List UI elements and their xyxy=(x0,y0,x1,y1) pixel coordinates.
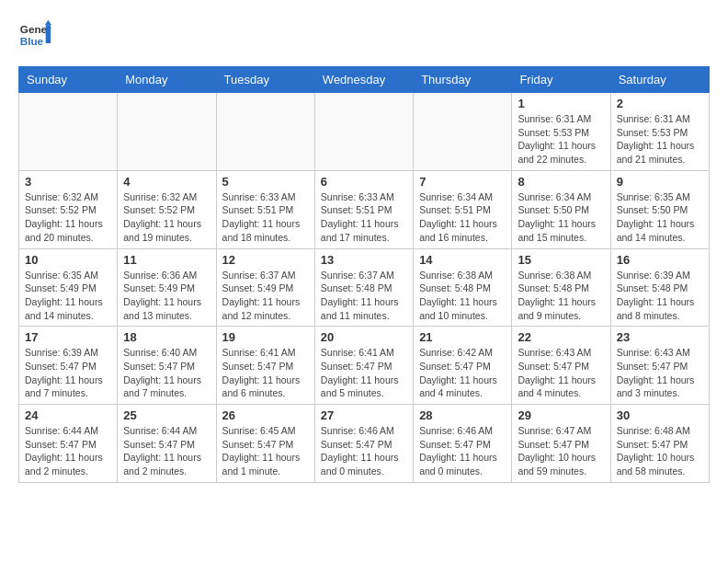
column-header-sunday: Sunday xyxy=(19,67,118,93)
calendar-cell: 20Sunrise: 6:41 AMSunset: 5:47 PMDayligh… xyxy=(314,327,413,405)
svg-rect-3 xyxy=(46,25,51,43)
day-number: 25 xyxy=(123,408,210,422)
calendar-cell: 29Sunrise: 6:47 AMSunset: 5:47 PMDayligh… xyxy=(512,405,610,483)
day-number: 22 xyxy=(518,330,604,344)
day-number: 21 xyxy=(419,330,506,344)
day-info: Sunrise: 6:35 AMSunset: 5:49 PMDaylight:… xyxy=(25,269,111,323)
calendar-week-row: 10Sunrise: 6:35 AMSunset: 5:49 PMDayligh… xyxy=(19,248,710,327)
calendar-cell: 14Sunrise: 6:38 AMSunset: 5:48 PMDayligh… xyxy=(414,248,512,327)
calendar-cell: 13Sunrise: 6:37 AMSunset: 5:48 PMDayligh… xyxy=(314,248,413,327)
day-number: 7 xyxy=(419,175,506,189)
day-info: Sunrise: 6:47 AMSunset: 5:47 PMDaylight:… xyxy=(518,424,604,478)
calendar-cell: 18Sunrise: 6:40 AMSunset: 5:47 PMDayligh… xyxy=(118,327,216,405)
calendar-week-row: 17Sunrise: 6:39 AMSunset: 5:47 PMDayligh… xyxy=(19,327,710,405)
column-header-saturday: Saturday xyxy=(610,67,709,93)
calendar-cell: 27Sunrise: 6:46 AMSunset: 5:47 PMDayligh… xyxy=(314,405,413,483)
day-info: Sunrise: 6:45 AMSunset: 5:47 PMDaylight:… xyxy=(222,424,309,478)
day-number: 11 xyxy=(123,253,210,267)
day-info: Sunrise: 6:35 AMSunset: 5:50 PMDaylight:… xyxy=(617,190,703,245)
day-number: 20 xyxy=(321,330,407,344)
calendar-week-row: 24Sunrise: 6:44 AMSunset: 5:47 PMDayligh… xyxy=(19,405,710,483)
day-info: Sunrise: 6:37 AMSunset: 5:48 PMDaylight:… xyxy=(321,269,407,323)
calendar-cell: 28Sunrise: 6:46 AMSunset: 5:47 PMDayligh… xyxy=(414,405,512,483)
calendar-cell: 30Sunrise: 6:48 AMSunset: 5:47 PMDayligh… xyxy=(610,405,709,483)
logo: General Blue xyxy=(18,18,57,52)
calendar-cell: 1Sunrise: 6:31 AMSunset: 5:53 PMDaylight… xyxy=(512,93,610,171)
day-number: 26 xyxy=(222,408,309,422)
calendar-cell xyxy=(314,93,413,171)
day-info: Sunrise: 6:44 AMSunset: 5:47 PMDaylight:… xyxy=(123,424,210,478)
calendar-cell: 22Sunrise: 6:43 AMSunset: 5:47 PMDayligh… xyxy=(512,327,610,405)
day-number: 19 xyxy=(222,330,309,344)
day-info: Sunrise: 6:46 AMSunset: 5:47 PMDaylight:… xyxy=(419,424,506,478)
calendar-cell: 12Sunrise: 6:37 AMSunset: 5:49 PMDayligh… xyxy=(216,248,314,327)
day-number: 9 xyxy=(617,175,703,189)
calendar-cell: 15Sunrise: 6:38 AMSunset: 5:48 PMDayligh… xyxy=(512,248,610,327)
day-info: Sunrise: 6:33 AMSunset: 5:51 PMDaylight:… xyxy=(222,190,309,245)
page-header: General Blue xyxy=(18,18,710,52)
day-number: 8 xyxy=(518,175,604,189)
day-number: 4 xyxy=(123,175,210,189)
day-info: Sunrise: 6:31 AMSunset: 5:53 PMDaylight:… xyxy=(617,112,703,167)
calendar-cell: 19Sunrise: 6:41 AMSunset: 5:47 PMDayligh… xyxy=(216,327,314,405)
calendar-cell: 21Sunrise: 6:42 AMSunset: 5:47 PMDayligh… xyxy=(414,327,512,405)
day-number: 6 xyxy=(321,175,407,189)
day-number: 14 xyxy=(419,253,506,267)
calendar-cell: 7Sunrise: 6:34 AMSunset: 5:51 PMDaylight… xyxy=(414,170,512,248)
column-header-monday: Monday xyxy=(118,67,216,93)
day-number: 16 xyxy=(617,253,703,267)
calendar-cell xyxy=(216,93,314,171)
day-info: Sunrise: 6:39 AMSunset: 5:47 PMDaylight:… xyxy=(25,346,111,400)
day-info: Sunrise: 6:34 AMSunset: 5:51 PMDaylight:… xyxy=(419,190,506,245)
day-number: 3 xyxy=(25,175,111,189)
calendar-cell: 3Sunrise: 6:32 AMSunset: 5:52 PMDaylight… xyxy=(19,170,118,248)
day-info: Sunrise: 6:46 AMSunset: 5:47 PMDaylight:… xyxy=(321,424,407,478)
calendar-cell: 25Sunrise: 6:44 AMSunset: 5:47 PMDayligh… xyxy=(118,405,216,483)
day-info: Sunrise: 6:43 AMSunset: 5:47 PMDaylight:… xyxy=(617,346,703,400)
column-header-thursday: Thursday xyxy=(414,67,512,93)
calendar-cell: 11Sunrise: 6:36 AMSunset: 5:49 PMDayligh… xyxy=(118,248,216,327)
svg-text:Blue: Blue xyxy=(20,35,44,47)
day-number: 5 xyxy=(222,175,309,189)
day-number: 27 xyxy=(321,408,407,422)
day-info: Sunrise: 6:36 AMSunset: 5:49 PMDaylight:… xyxy=(123,269,210,323)
day-info: Sunrise: 6:38 AMSunset: 5:48 PMDaylight:… xyxy=(518,269,604,323)
calendar-header: SundayMondayTuesdayWednesdayThursdayFrid… xyxy=(19,67,710,93)
calendar-cell: 23Sunrise: 6:43 AMSunset: 5:47 PMDayligh… xyxy=(610,327,709,405)
column-header-wednesday: Wednesday xyxy=(314,67,413,93)
day-info: Sunrise: 6:37 AMSunset: 5:49 PMDaylight:… xyxy=(222,269,309,323)
day-info: Sunrise: 6:32 AMSunset: 5:52 PMDaylight:… xyxy=(25,190,111,245)
logo-icon: General Blue xyxy=(18,18,51,52)
day-number: 10 xyxy=(25,253,111,267)
calendar-week-row: 1Sunrise: 6:31 AMSunset: 5:53 PMDaylight… xyxy=(19,93,710,171)
column-header-tuesday: Tuesday xyxy=(216,67,314,93)
calendar-body: 1Sunrise: 6:31 AMSunset: 5:53 PMDaylight… xyxy=(19,93,710,483)
day-number: 28 xyxy=(419,408,506,422)
calendar-cell: 6Sunrise: 6:33 AMSunset: 5:51 PMDaylight… xyxy=(314,170,413,248)
calendar-week-row: 3Sunrise: 6:32 AMSunset: 5:52 PMDaylight… xyxy=(19,170,710,248)
calendar-cell: 9Sunrise: 6:35 AMSunset: 5:50 PMDaylight… xyxy=(610,170,709,248)
calendar-cell: 16Sunrise: 6:39 AMSunset: 5:48 PMDayligh… xyxy=(610,248,709,327)
day-info: Sunrise: 6:44 AMSunset: 5:47 PMDaylight:… xyxy=(25,424,111,478)
calendar-cell: 4Sunrise: 6:32 AMSunset: 5:52 PMDaylight… xyxy=(118,170,216,248)
day-number: 2 xyxy=(617,97,703,110)
header-row: SundayMondayTuesdayWednesdayThursdayFrid… xyxy=(19,67,710,93)
calendar-table: SundayMondayTuesdayWednesdayThursdayFrid… xyxy=(18,66,710,483)
day-number: 15 xyxy=(518,253,604,267)
calendar-cell: 24Sunrise: 6:44 AMSunset: 5:47 PMDayligh… xyxy=(19,405,118,483)
calendar-cell xyxy=(118,93,216,171)
day-info: Sunrise: 6:48 AMSunset: 5:47 PMDaylight:… xyxy=(617,424,703,478)
calendar-cell xyxy=(19,93,118,171)
calendar-cell: 10Sunrise: 6:35 AMSunset: 5:49 PMDayligh… xyxy=(19,248,118,327)
day-info: Sunrise: 6:42 AMSunset: 5:47 PMDaylight:… xyxy=(419,346,506,400)
calendar-cell: 2Sunrise: 6:31 AMSunset: 5:53 PMDaylight… xyxy=(610,93,709,171)
column-header-friday: Friday xyxy=(512,67,610,93)
day-info: Sunrise: 6:34 AMSunset: 5:50 PMDaylight:… xyxy=(518,190,604,245)
calendar-cell: 17Sunrise: 6:39 AMSunset: 5:47 PMDayligh… xyxy=(19,327,118,405)
day-number: 23 xyxy=(617,330,703,344)
day-info: Sunrise: 6:43 AMSunset: 5:47 PMDaylight:… xyxy=(518,346,604,400)
day-info: Sunrise: 6:41 AMSunset: 5:47 PMDaylight:… xyxy=(321,346,407,400)
day-info: Sunrise: 6:32 AMSunset: 5:52 PMDaylight:… xyxy=(123,190,210,245)
calendar-cell: 5Sunrise: 6:33 AMSunset: 5:51 PMDaylight… xyxy=(216,170,314,248)
day-info: Sunrise: 6:39 AMSunset: 5:48 PMDaylight:… xyxy=(617,269,703,323)
